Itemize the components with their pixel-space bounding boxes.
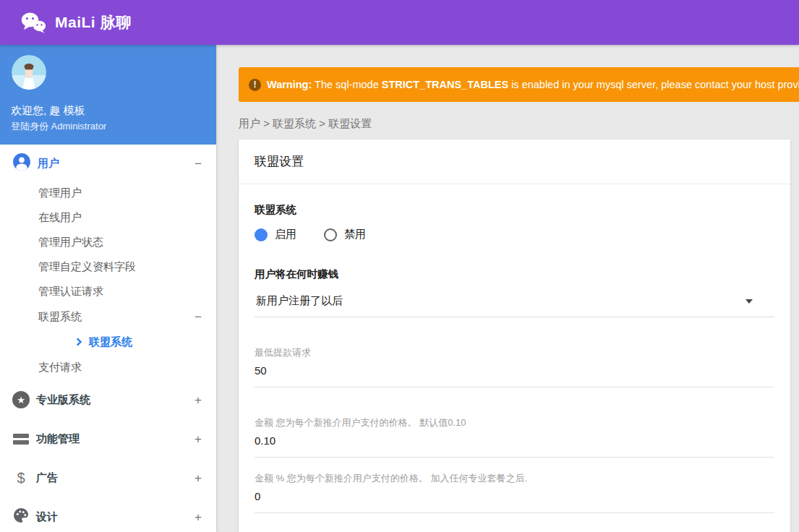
welcome-text: 欢迎您, 趣 模板	[11, 104, 85, 118]
amount-per-referral-label: 金额 您为每个新推介用户支付的价格。 默认值0.10	[255, 416, 774, 429]
min-withdrawal-field: 最低提款请求 50	[255, 346, 774, 387]
login-role-text: 登陆身份 Administrator	[11, 120, 106, 133]
sidebar-menu: 用户 − 管理用户 在线用户 管理用户状态 管理自定义资料字段 管理认证请求 联…	[0, 145, 216, 532]
sidebar-item-label: 联盟系统	[89, 335, 132, 349]
radio-enable[interactable]: 启用	[255, 228, 296, 241]
sidebar-item-affiliates-group[interactable]: 联盟系统 −	[0, 304, 216, 330]
bars-icon	[13, 434, 29, 445]
sidebar-item-label: 管理用户	[38, 186, 82, 200]
radio-selected-icon[interactable]	[255, 228, 268, 241]
sql-warning-banner: ! Warning: The sql-mode STRICT_TRANS_TAB…	[239, 67, 799, 102]
sidebar-item-design[interactable]: 设计 +	[0, 497, 216, 532]
collapse-minus-icon[interactable]: −	[195, 311, 202, 323]
sidebar-item-label: 专业版系统	[36, 393, 90, 407]
palette-icon	[12, 507, 30, 527]
sidebar-item-label: 功能管理	[36, 432, 80, 446]
earn-when-selected-value: 新用户注册了以后	[256, 294, 343, 308]
amount-percent-label: 金额 % 您为每个新推介用户支付的价格。 加入任何专业套餐之后.	[255, 472, 774, 485]
user-icon	[12, 153, 31, 174]
avatar[interactable]	[12, 55, 46, 90]
sidebar-item-online-users[interactable]: 在线用户	[0, 205, 216, 230]
expand-plus-icon[interactable]: +	[195, 511, 202, 523]
amount-per-referral-input[interactable]: 0.10	[255, 434, 774, 447]
sidebar: 欢迎您, 趣 模板 登陆身份 Administrator 用户 − 管理用户	[0, 45, 216, 532]
affiliate-system-radio-group: 启用 禁用	[255, 228, 774, 241]
sidebar-item-verification-requests[interactable]: 管理认证请求	[0, 279, 216, 304]
warning-icon: !	[249, 79, 261, 91]
card-title: 联盟设置	[239, 140, 790, 184]
amount-percent-input[interactable]: 0	[255, 490, 774, 502]
sidebar-item-label: 支付请求	[38, 361, 82, 374]
star-icon: ★	[12, 391, 30, 408]
warning-text: is enabled in your mysql server, please …	[508, 79, 799, 90]
amount-percent-field: 金额 % 您为每个新推介用户支付的价格。 加入任何专业套餐之后. 0	[255, 472, 774, 513]
amount-per-referral-field: 金额 您为每个新推介用户支付的价格。 默认值0.10 0.10	[255, 416, 774, 458]
chevron-right-icon	[75, 336, 83, 348]
main-content: ! Warning: The sql-mode STRICT_TRANS_TAB…	[216, 45, 799, 532]
caret-down-icon	[745, 299, 753, 304]
app-title: MaiLi 脉聊	[55, 12, 132, 33]
radio-label: 启用	[275, 228, 296, 241]
profile-panel: 欢迎您, 趣 模板 登陆身份 Administrator	[0, 45, 216, 145]
sidebar-item-ads[interactable]: $ 广告 +	[0, 458, 216, 497]
expand-plus-icon[interactable]: +	[195, 472, 202, 484]
sidebar-item-label: 管理自定义资料字段	[38, 260, 136, 274]
sidebar-item-pro-system[interactable]: ★ 专业版系统 +	[0, 380, 216, 419]
sidebar-item-label: 用户	[38, 157, 59, 171]
wechat-logo-icon	[20, 11, 46, 34]
min-withdrawal-input[interactable]: 50	[255, 364, 774, 377]
sidebar-item-user-status[interactable]: 管理用户状态	[0, 230, 216, 254]
affiliate-system-label: 联盟系统	[255, 203, 774, 217]
sidebar-item-label: 在线用户	[38, 211, 82, 225]
expand-plus-icon[interactable]: +	[195, 394, 202, 406]
collapse-minus-icon[interactable]: −	[195, 158, 202, 170]
min-withdrawal-label: 最低提款请求	[255, 346, 774, 359]
warning-label: Warning:	[267, 79, 312, 90]
sidebar-item-label: 设计	[36, 510, 58, 524]
sidebar-item-users[interactable]: 用户 −	[0, 146, 216, 181]
warning-text: The sql-mode	[312, 79, 381, 90]
sidebar-item-label: 广告	[36, 471, 58, 485]
warning-highlight: STRICT_TRANS_TABLES	[382, 79, 508, 90]
sidebar-item-label: 管理用户状态	[38, 236, 103, 249]
radio-disable[interactable]: 禁用	[324, 228, 366, 241]
earn-when-select[interactable]: 新用户注册了以后	[255, 291, 774, 317]
sidebar-item-label: 管理认证请求	[38, 285, 103, 299]
sidebar-item-payment-requests[interactable]: 支付请求	[0, 354, 216, 380]
sidebar-item-feature-management[interactable]: 功能管理 +	[0, 419, 216, 458]
sidebar-item-manage-users[interactable]: 管理用户	[0, 181, 216, 205]
dollar-icon: $	[12, 470, 30, 486]
affiliate-settings-card: 联盟设置 联盟系统 启用 禁用 用户将在何时赚钱 新用户注册了以后	[239, 140, 790, 532]
expand-plus-icon[interactable]: +	[195, 433, 202, 445]
radio-unselected-icon[interactable]	[324, 228, 337, 241]
sidebar-item-affiliates-active[interactable]: 联盟系统	[0, 330, 216, 354]
sidebar-item-custom-fields[interactable]: 管理自定义资料字段	[0, 254, 216, 279]
breadcrumb[interactable]: 用户 > 联盟系统 > 联盟设置	[239, 117, 372, 131]
sidebar-item-label: 联盟系统	[38, 310, 82, 324]
radio-label: 禁用	[344, 228, 366, 241]
earn-when-label: 用户将在何时赚钱	[255, 267, 774, 281]
app-header: MaiLi 脉聊	[0, 0, 799, 45]
